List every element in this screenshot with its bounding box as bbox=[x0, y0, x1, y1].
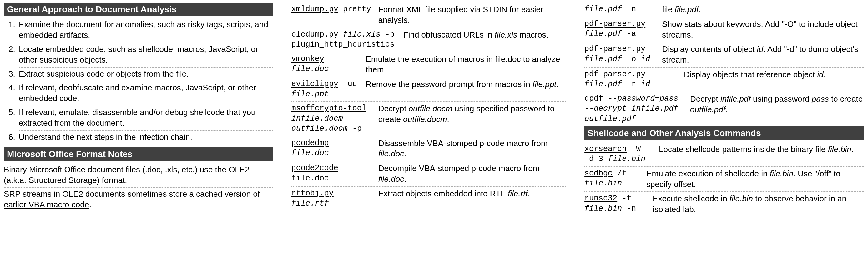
header-general-approach: General Approach to Document Analysis bbox=[4, 2, 273, 16]
description-cell: Find obfuscated URLs in file.xls macros. bbox=[403, 30, 566, 40]
description-cell: Disassemble VBA-stomped p-code macro fro… bbox=[378, 138, 566, 159]
command-cell: runsc32 -f file.bin -n bbox=[584, 193, 647, 214]
table-row: msoffcrypto-tool infile.docm outfile.doc… bbox=[291, 102, 566, 137]
description-cell: Emulate the execution of macros in file.… bbox=[366, 54, 566, 76]
list-item: Locate embedded code, such as shellcode,… bbox=[18, 43, 273, 67]
table-row: pcodedmp file.docDisassemble VBA-stomped… bbox=[291, 137, 566, 162]
table-row: xorsearch -W -d 3 file.binLocate shellco… bbox=[584, 142, 864, 167]
description-cell: Extract objects embedded into RTF file.r… bbox=[378, 189, 566, 199]
column-left: General Approach to Document Analysis Ex… bbox=[4, 2, 273, 217]
note-paragraph: SRP streams in OLE2 documents sometimes … bbox=[4, 188, 273, 212]
description-cell: Format XML file supplied via STDIN for e… bbox=[378, 4, 566, 26]
table-row: pdf-parser.py file.pdf -o idDisplay cont… bbox=[584, 42, 864, 67]
table-row: oledump.py file.xls -p plugin_http_heuri… bbox=[291, 28, 566, 52]
command-cell: scdbgc /f file.bin bbox=[584, 169, 641, 189]
approach-list: Examine the document for anomalies, such… bbox=[4, 18, 273, 144]
command-cell: xmldump.py pretty bbox=[291, 4, 373, 15]
table-row: runsc32 -f file.bin -nExecute shellcode … bbox=[584, 192, 864, 217]
command-cell: qpdf --password=pass --decrypt infile.pd… bbox=[584, 94, 684, 124]
description-cell: file file.pdf. bbox=[662, 4, 864, 15]
description-cell: Decrypt outfile.docm using specified pas… bbox=[378, 103, 566, 125]
command-cell: msoffcrypto-tool infile.docm outfile.doc… bbox=[291, 103, 373, 134]
table-row: rtfobj.py file.rtfExtract objects embedd… bbox=[291, 187, 566, 211]
command-cell: pcodedmp file.doc bbox=[291, 138, 373, 158]
command-cell: pdf-parser.py file.pdf -o id bbox=[584, 44, 656, 64]
list-item: Extract suspicious code or objects from … bbox=[18, 67, 273, 82]
description-cell: Display contents of object id. Add "-d" … bbox=[662, 44, 864, 65]
table-row: file.pdf -nfile file.pdf. bbox=[584, 2, 864, 17]
description-cell: Emulate execution of shellcode in file.b… bbox=[646, 169, 864, 190]
command-cell: pdf-parser.py file.pdf -r id bbox=[584, 69, 678, 90]
list-item: If relevant, deobfuscate and examine mac… bbox=[18, 81, 273, 106]
list-item: Examine the document for anomalies, such… bbox=[18, 18, 273, 43]
command-cell: evilclippy -uu file.ppt bbox=[291, 79, 360, 99]
list-item: If relevant, emulate, disassemble and/or… bbox=[18, 106, 273, 131]
description-cell: Display objects that reference object id… bbox=[684, 69, 864, 80]
table-row: vmonkey file.docEmulate the execution of… bbox=[291, 52, 566, 78]
table-row: scdbgc /f file.binEmulate execution of s… bbox=[584, 167, 864, 192]
table-row: xmldump.py prettyFormat XML file supplie… bbox=[291, 2, 566, 28]
column-right: file.pdf -nfile file.pdf.pdf-parser.py f… bbox=[584, 2, 864, 217]
header-office-notes: Microsoft Office Format Notes bbox=[4, 147, 273, 161]
command-cell: rtfobj.py file.rtf bbox=[291, 189, 373, 209]
command-cell: vmonkey file.doc bbox=[291, 54, 360, 74]
table-row: evilclippy -uu file.pptRemove the passwo… bbox=[291, 77, 566, 102]
header-shellcode: Shellcode and Other Analysis Commands bbox=[584, 126, 864, 140]
description-cell: Decompile VBA-stomped p-code macro from … bbox=[378, 163, 566, 184]
description-cell: Execute shellcode in file.bin to observe… bbox=[653, 193, 864, 215]
list-item: Understand the next steps in the infecti… bbox=[18, 131, 273, 145]
table-row: pdf-parser.py file.pdf -r idDisplay obje… bbox=[584, 67, 864, 92]
command-cell: file.pdf -n bbox=[584, 4, 656, 15]
description-cell: Decrypt infile.pdf using password pass t… bbox=[690, 94, 864, 115]
command-cell: pcode2code file.doc bbox=[291, 163, 373, 184]
table-row: pdf-parser.py file.pdf -aShow stats abou… bbox=[584, 17, 864, 42]
note-paragraph: Binary Microsoft Office document files (… bbox=[4, 163, 273, 188]
description-cell: Remove the password prompt from macros i… bbox=[366, 79, 566, 90]
command-cell: pdf-parser.py file.pdf -a bbox=[584, 19, 656, 39]
description-cell: Locate shellcode patterns inside the bin… bbox=[659, 144, 864, 155]
command-cell: oledump.py file.xls -p plugin_http_heuri… bbox=[291, 30, 398, 50]
command-cell: xorsearch -W -d 3 file.bin bbox=[584, 144, 653, 165]
column-middle: xmldump.py prettyFormat XML file supplie… bbox=[291, 2, 566, 217]
description-cell: Show stats about keywords. Add "-O" to i… bbox=[662, 19, 864, 40]
table-row: pcode2code file.docDecompile VBA-stomped… bbox=[291, 161, 566, 187]
table-row: qpdf --password=pass --decrypt infile.pd… bbox=[584, 92, 864, 127]
